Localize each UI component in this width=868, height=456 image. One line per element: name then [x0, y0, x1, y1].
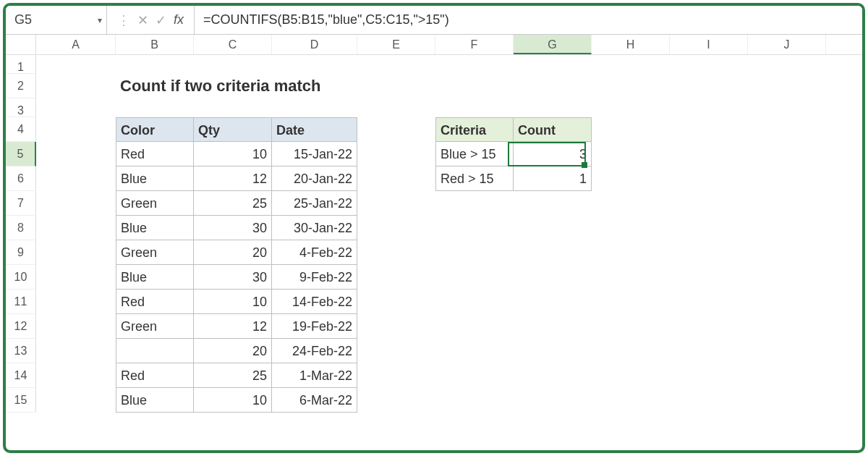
cell[interactable]	[357, 388, 435, 413]
select-all-corner[interactable]	[6, 35, 36, 54]
table-row[interactable]: Blue	[116, 216, 194, 240]
cell[interactable]	[592, 240, 670, 265]
grid[interactable]: 1 2 Count if two criteria match	[6, 55, 862, 413]
table-row[interactable]: 20	[194, 240, 272, 265]
table-row[interactable]: 10	[194, 142, 272, 166]
cell[interactable]	[514, 216, 592, 240]
cell[interactable]	[116, 98, 194, 117]
col-header-H[interactable]: H	[592, 35, 670, 54]
table-row[interactable]: Blue	[116, 265, 194, 290]
cell[interactable]	[36, 98, 116, 117]
cell[interactable]	[357, 314, 435, 339]
cell[interactable]	[357, 339, 435, 363]
cell[interactable]	[357, 142, 435, 166]
cell[interactable]	[748, 265, 826, 290]
cell[interactable]	[435, 55, 514, 74]
cell[interactable]	[514, 265, 592, 290]
cell[interactable]	[592, 314, 670, 339]
cell[interactable]	[748, 216, 826, 240]
cell[interactable]	[357, 363, 435, 388]
row-header[interactable]: 9	[6, 240, 36, 265]
cell[interactable]	[194, 98, 272, 117]
col-header-D[interactable]: D	[272, 35, 357, 54]
table-row[interactable]: 15-Jan-22	[272, 142, 357, 166]
cell[interactable]	[748, 290, 826, 314]
cell[interactable]	[357, 290, 435, 314]
table-header-date[interactable]: Date	[272, 117, 357, 142]
col-header-A[interactable]: A	[36, 35, 116, 54]
cell[interactable]	[36, 265, 116, 290]
cell[interactable]	[670, 55, 748, 74]
cell[interactable]	[592, 166, 670, 191]
table-row[interactable]: 1-Mar-22	[272, 363, 357, 388]
table-row[interactable]: Green	[116, 314, 194, 339]
table-row[interactable]: Red > 15	[435, 166, 514, 191]
cell[interactable]	[357, 166, 435, 191]
cell[interactable]	[514, 98, 592, 117]
cell[interactable]	[670, 363, 748, 388]
cell[interactable]	[36, 240, 116, 265]
cell[interactable]	[36, 74, 116, 98]
col-header-F[interactable]: F	[435, 35, 514, 54]
cell[interactable]	[514, 74, 592, 98]
cell[interactable]	[435, 98, 514, 117]
table-row[interactable]: 30	[194, 265, 272, 290]
row-header[interactable]: 10	[6, 265, 36, 290]
cell[interactable]	[670, 98, 748, 117]
cell[interactable]	[592, 339, 670, 363]
cell[interactable]	[514, 363, 592, 388]
cell[interactable]	[36, 166, 116, 191]
cell[interactable]	[748, 55, 826, 74]
cell[interactable]	[357, 216, 435, 240]
row-header[interactable]: 3	[6, 98, 36, 117]
cell[interactable]	[670, 117, 748, 142]
cell[interactable]	[592, 363, 670, 388]
table-row[interactable]: Green	[116, 240, 194, 265]
cell[interactable]	[357, 240, 435, 265]
row-header[interactable]: 12	[6, 314, 36, 339]
table-row[interactable]: 20-Jan-22	[272, 166, 357, 191]
table-row[interactable]: 4-Feb-22	[272, 240, 357, 265]
cell[interactable]	[435, 388, 514, 413]
cell[interactable]	[748, 314, 826, 339]
cell[interactable]	[670, 265, 748, 290]
col-header-E[interactable]: E	[357, 35, 435, 54]
table-row[interactable]: Red	[116, 290, 194, 314]
cell[interactable]	[670, 216, 748, 240]
cell[interactable]	[36, 314, 116, 339]
cell[interactable]	[670, 314, 748, 339]
cell[interactable]	[36, 339, 116, 363]
table-row[interactable]: Blue > 15	[435, 142, 514, 166]
row-header[interactable]: 6	[6, 166, 36, 191]
cell[interactable]	[194, 55, 272, 74]
col-header-B[interactable]: B	[116, 35, 194, 54]
table-row[interactable]: Blue	[116, 388, 194, 413]
cell[interactable]	[592, 117, 670, 142]
table-row[interactable]: 19-Feb-22	[272, 314, 357, 339]
table-row[interactable]: 25	[194, 363, 272, 388]
cell[interactable]	[435, 290, 514, 314]
page-title[interactable]: Count if two criteria match	[116, 74, 194, 98]
cell[interactable]	[748, 240, 826, 265]
table-row[interactable]	[116, 339, 194, 363]
cell[interactable]	[748, 74, 826, 98]
row-header[interactable]: 11	[6, 290, 36, 314]
table-row[interactable]: 25	[194, 191, 272, 216]
cell[interactable]	[592, 191, 670, 216]
cell[interactable]	[357, 55, 435, 74]
cell[interactable]	[514, 339, 592, 363]
row-header[interactable]: 2	[6, 74, 36, 98]
cell[interactable]	[670, 388, 748, 413]
cell[interactable]	[748, 166, 826, 191]
cell[interactable]	[592, 216, 670, 240]
cell[interactable]	[514, 290, 592, 314]
table-row[interactable]: 6-Mar-22	[272, 388, 357, 413]
row-header[interactable]: 1	[6, 55, 36, 74]
table-row[interactable]: Green	[116, 191, 194, 216]
cell[interactable]	[435, 216, 514, 240]
table-row[interactable]: 10	[194, 290, 272, 314]
cell[interactable]	[748, 142, 826, 166]
cell[interactable]	[36, 363, 116, 388]
table-row[interactable]: 12	[194, 314, 272, 339]
cell[interactable]	[357, 191, 435, 216]
